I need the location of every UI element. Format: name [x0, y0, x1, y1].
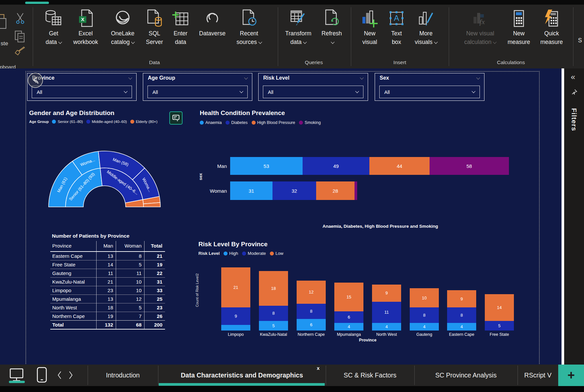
- bar-segment[interactable]: 9: [447, 290, 476, 307]
- onelake-catalog-label: OneLakecatalog: [104, 29, 142, 46]
- get-data-button[interactable]: Getdata: [37, 8, 70, 58]
- bar-segment[interactable]: 9: [372, 285, 401, 302]
- chevron-down-icon: [124, 89, 127, 93]
- page-tab-sc-province-analysis[interactable]: SC Province Analysis: [414, 365, 518, 386]
- cut-icon[interactable]: [15, 13, 25, 26]
- table-row[interactable]: North West18523: [50, 303, 165, 312]
- bar-segment[interactable]: 4: [372, 323, 401, 331]
- page-forward-button[interactable]: [68, 371, 73, 381]
- bar-segment[interactable]: 5: [259, 321, 288, 331]
- collapse-double-chevron-icon[interactable]: «: [571, 72, 575, 82]
- bar-segment[interactable]: 4: [447, 323, 476, 331]
- bar-segment[interactable]: 12: [297, 281, 326, 304]
- legend-item[interactable]: Low: [270, 251, 283, 256]
- legend-item[interactable]: High Blood Pressure: [252, 120, 295, 125]
- onelake-catalog-button[interactable]: OneLakecatalog: [104, 8, 142, 58]
- legend-item[interactable]: Anaemia: [200, 120, 222, 125]
- page-back-button[interactable]: [57, 371, 62, 381]
- bar-segment[interactable]: 49: [303, 157, 369, 175]
- slicer-dropdown[interactable]: All: [263, 86, 363, 98]
- category-label: Man: [198, 157, 230, 175]
- bar-segment[interactable]: 11: [372, 302, 401, 323]
- new-page-button[interactable]: +: [558, 365, 584, 386]
- bar-segment[interactable]: 31: [230, 181, 272, 200]
- page-tab-rscript-v[interactable]: RScript V: [518, 365, 558, 386]
- copy-icon[interactable]: [15, 30, 26, 44]
- refresh-button[interactable]: Refresh: [315, 8, 348, 58]
- table-row[interactable]: Mpumalanga131225: [50, 295, 165, 303]
- legend-item[interactable]: Smoking: [299, 120, 321, 125]
- legend-item[interactable]: Diabetes: [226, 120, 247, 125]
- table-cell: 22: [145, 269, 165, 278]
- table-row[interactable]: Limpopo231033: [50, 286, 165, 295]
- bar-segment[interactable]: 53: [230, 157, 303, 175]
- recent-sources-button[interactable]: Recentsources: [231, 8, 267, 58]
- table-row[interactable]: Northern Cape19726: [50, 312, 165, 321]
- table-row[interactable]: KwaZulu-Natal211031: [50, 278, 165, 286]
- table-cell: Eastern Cape: [50, 252, 97, 260]
- slicer-dropdown[interactable]: All: [379, 86, 480, 98]
- bar-segment[interactable]: [221, 325, 250, 331]
- column-header[interactable]: Woman: [116, 241, 145, 252]
- gender-age-sunburst-chart[interactable]: Senior (61–80) (93)Middle-aged (40–6...M…: [42, 146, 167, 209]
- bar-segment[interactable]: 6: [297, 319, 326, 331]
- excel-workbook-button[interactable]: XExcelworkbook: [68, 8, 103, 58]
- format-painter-icon[interactable]: [15, 46, 26, 58]
- column-header[interactable]: Man: [97, 241, 116, 252]
- bar-segment[interactable]: 18: [259, 271, 288, 305]
- bar-segment[interactable]: 21: [221, 267, 250, 308]
- bar-segment[interactable]: 10: [410, 288, 439, 307]
- bar-segment[interactable]: 28: [316, 181, 355, 200]
- bar-segment[interactable]: 4: [334, 323, 363, 331]
- x-axis-label: Gauteng: [405, 332, 443, 337]
- enter-data-button[interactable]: Enterdata: [164, 8, 197, 58]
- page-tab-sc-risk-factors[interactable]: SC & Risk Factors: [326, 365, 414, 386]
- bar-segment[interactable]: 5: [485, 321, 514, 331]
- bar-segment[interactable]: 8: [447, 307, 476, 323]
- legend-dot: [242, 252, 246, 255]
- bar-segment[interactable]: 8: [259, 306, 288, 321]
- legend-item[interactable]: Middle-aged (40–60): [86, 120, 127, 124]
- bar-segment[interactable]: 8: [297, 304, 326, 319]
- bar-segment[interactable]: 9: [221, 307, 250, 325]
- pin-icon[interactable]: [571, 89, 577, 95]
- bar-segment[interactable]: 8: [410, 307, 439, 323]
- table-cell: Gauteng: [50, 269, 97, 278]
- ribbon-group-separator: [449, 7, 449, 66]
- legend-item[interactable]: Senior (61–80): [52, 120, 83, 124]
- more-visuals-button[interactable]: Morevisuals: [408, 8, 444, 58]
- close-tab-button[interactable]: x: [317, 365, 319, 371]
- bar-segment[interactable]: 14: [485, 294, 514, 321]
- quick-measure-button[interactable]: Quickmeasure: [534, 8, 569, 58]
- bar-segment[interactable]: 44: [369, 157, 430, 175]
- back-button[interactable]: [28, 73, 43, 88]
- new-measure-button[interactable]: Newmeasure: [502, 8, 536, 58]
- table-total-row[interactable]: Total13268200: [50, 321, 165, 330]
- legend-item[interactable]: Elderly (80+): [130, 120, 158, 124]
- table-row[interactable]: Eastern Cape13821: [50, 252, 165, 260]
- bar-segment[interactable]: 58: [430, 157, 509, 175]
- bar-segment[interactable]: 6: [334, 311, 363, 323]
- slicer-dropdown[interactable]: All: [147, 86, 248, 98]
- column-header[interactable]: Province: [50, 241, 97, 252]
- transform-data-button[interactable]: Transformdata: [279, 8, 317, 58]
- bar-segment[interactable]: 15: [334, 283, 363, 311]
- slicer-dropdown[interactable]: All: [32, 86, 132, 98]
- table-row[interactable]: Free State14519: [50, 260, 165, 269]
- legend-item[interactable]: Moderate: [242, 251, 266, 256]
- mobile-view-button[interactable]: [36, 367, 48, 384]
- bar-segment[interactable]: 32: [272, 181, 316, 200]
- bar-segment[interactable]: [355, 181, 357, 200]
- paste-button-label[interactable]: ste: [1, 40, 8, 47]
- pane-divider[interactable]: [562, 68, 564, 365]
- visual-header-button[interactable]: [169, 111, 183, 125]
- dataverse-button[interactable]: Dataverse: [194, 8, 230, 58]
- active-tab-underline: [159, 383, 325, 386]
- paste-icon[interactable]: [0, 14, 7, 32]
- legend-dot: [86, 120, 90, 124]
- table-row[interactable]: Gauteng111122: [50, 269, 165, 278]
- bar-segment[interactable]: 4: [410, 323, 439, 331]
- legend-item[interactable]: High: [224, 251, 238, 256]
- page-tab-introduction[interactable]: Introduction: [88, 365, 158, 386]
- column-header[interactable]: Total: [145, 241, 165, 252]
